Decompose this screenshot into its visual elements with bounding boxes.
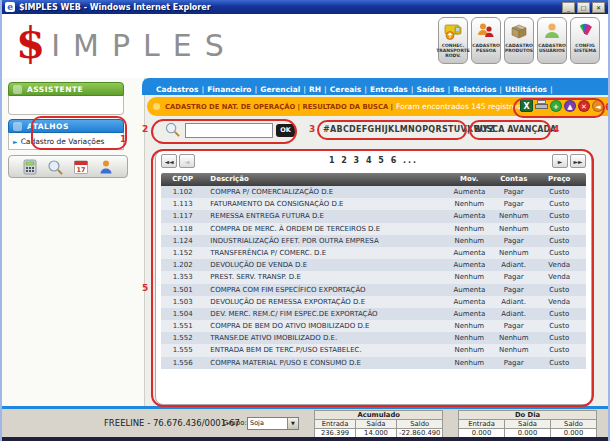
- table-row[interactable]: 1.124INDUSTRIALIZAÇÃO EFET. POR OUTRA EM…: [161, 235, 586, 247]
- column-header-mov-estoque[interactable]: Mov. Estoque: [444, 173, 495, 186]
- column-header-preco[interactable]: Preço: [532, 173, 586, 186]
- result-bar-actions: X + ▲ ✕ ◄: [520, 99, 604, 112]
- table-cell: COMPRA MATERIAL P/USO E CONSUMO D.E: [204, 357, 443, 369]
- assistente-header[interactable]: ASSISTENTE: [8, 82, 124, 96]
- calendar-icon[interactable]: 17: [73, 159, 89, 175]
- menu-separator: |: [447, 85, 450, 94]
- atalhos-header-icon: [13, 122, 22, 131]
- assistente-label: ASSISTENTE: [27, 85, 83, 94]
- grupo-select[interactable]: Soja ▼: [247, 417, 299, 430]
- config-sistema-button[interactable]: CONFIG SISTEMA: [570, 17, 600, 64]
- table-cell: Custo: [532, 357, 586, 369]
- page-numbers[interactable]: 1 2 3 4 5 6 ...: [156, 156, 591, 165]
- table-row[interactable]: 1.113FATURAMENTO DA CONSIGNAÇÃO D.ENenhu…: [161, 198, 586, 210]
- menu-separator: |: [411, 85, 414, 94]
- menu-item[interactable]: Gerencial: [260, 85, 300, 94]
- table-row[interactable]: 1.117REMESSA ENTREGA FUTURA D.EAumentaNe…: [161, 210, 586, 222]
- results-panel: ◄◄ ◄ 1 2 3 4 5 6 ... ► ►► CFOP Descrição…: [155, 150, 592, 405]
- table-row[interactable]: 1.552TRANSF.DE ATIVO IMOBILIZADO D.E.Nen…: [161, 332, 586, 344]
- table-row[interactable]: 1.152TRANSFERÊNCIA P/ COMERC. D.EAumenta…: [161, 247, 586, 259]
- person-icon[interactable]: [98, 159, 114, 175]
- user-icon: [542, 21, 562, 41]
- pagination-row: ◄◄ ◄ 1 2 3 4 5 6 ... ► ►►: [156, 151, 591, 172]
- table-row[interactable]: 1.556COMPRA MATERIAL P/USO E CONSUMO D.E…: [161, 357, 586, 369]
- table-cell: 1.152: [161, 247, 204, 259]
- print-icon[interactable]: [535, 99, 548, 112]
- table-cell: Aumenta: [444, 259, 495, 271]
- close-record-icon[interactable]: ✕: [578, 100, 590, 112]
- table-cell: 1.504: [161, 308, 204, 320]
- table-cell: COMPRA DE MERC. À ORDEM DE TERCEIROS D.E: [204, 223, 443, 235]
- table-cell: Aumenta: [444, 186, 495, 198]
- menu-item[interactable]: Relatórios: [453, 85, 496, 94]
- search-ok-button[interactable]: OK: [276, 124, 295, 137]
- menu-item[interactable]: RH: [309, 85, 321, 94]
- table-row[interactable]: 1.353PREST. SERV. TRANSP. D.ENenhumPagar…: [161, 271, 586, 283]
- table-cell: Pagar: [495, 198, 532, 210]
- table-row[interactable]: 1.118COMPRA DE MERC. À ORDEM DE TERCEIRO…: [161, 223, 586, 235]
- truck-icon: [443, 21, 463, 41]
- table-cell: 1.102: [161, 186, 204, 198]
- table-cell: Pagar: [495, 235, 532, 247]
- table-row[interactable]: 1.501COMPRA COM FIM ESPECÍFICO EXPORTAÇÃ…: [161, 284, 586, 296]
- minimize-button[interactable]: _: [562, 2, 575, 13]
- acumulado-title: Acumulado: [315, 411, 443, 420]
- header-button-label: CONFIG SISTEMA: [571, 43, 599, 53]
- table-cell: Aumenta: [444, 308, 495, 320]
- menu-item[interactable]: Entradas: [370, 85, 408, 94]
- column-header-contas[interactable]: Contas: [495, 173, 532, 186]
- cadastro-produtos-button[interactable]: CADASTRO PRODUTOS: [504, 17, 534, 64]
- maximize-button[interactable]: □: [577, 2, 590, 13]
- table-row[interactable]: 1.555ENTRADA BEM DE TERC.P/USO ESTABELEC…: [161, 344, 586, 356]
- menu-item[interactable]: Saídas: [417, 85, 445, 94]
- add-icon[interactable]: +: [550, 100, 562, 112]
- app-window: e $IMPLES WEB - Windows Internet Explore…: [0, 0, 610, 441]
- table-cell: Nenhum: [495, 223, 532, 235]
- close-button[interactable]: ✕: [592, 2, 605, 13]
- table-header: CFOP Descrição Mov. Estoque Contas Preço: [161, 173, 586, 186]
- atalhos-label: ATALHOS: [27, 122, 69, 131]
- back-icon[interactable]: ◄: [592, 100, 604, 112]
- up-icon[interactable]: ▲: [564, 100, 576, 112]
- table-cell: Aumenta: [444, 210, 495, 222]
- magnifier-icon[interactable]: [47, 159, 63, 175]
- table-cell: Nenhum: [444, 223, 495, 235]
- next-page-button[interactable]: ►: [552, 154, 568, 168]
- table-row[interactable]: 1.102COMPRA P/ COMERCIALIZAÇÃO D.EAument…: [161, 186, 586, 198]
- atalhos-header[interactable]: ATALHOS: [8, 119, 124, 133]
- sidebar: ASSISTENTE ATALHOS ► Cadastro de Variaçõ…: [2, 78, 145, 406]
- table-cell: PREST. SERV. TRANSP. D.E: [204, 271, 443, 283]
- cadastro-pessoa-button[interactable]: CADASTRO PESSOA: [471, 17, 501, 64]
- table-cell: Pagar: [495, 357, 532, 369]
- table-cell: Nenhum: [444, 357, 495, 369]
- table-cell: Nenhum: [444, 271, 495, 283]
- menu-item[interactable]: Financeiro: [207, 85, 251, 94]
- cadastro-usuarios-button[interactable]: CADASTRO USUÁRIOS: [537, 17, 567, 64]
- shortcut-cadastro-variacoes[interactable]: Cadastro de Variações: [21, 137, 105, 146]
- palette-icon: [575, 21, 595, 41]
- table-row[interactable]: 1.503DEVOLUÇÃO DE REMESSA EXPORTAÇÃO D.E…: [161, 296, 586, 308]
- table-row[interactable]: 1.504DEV. MERC. REM.C/ FIM ESPEC.DE EXPO…: [161, 308, 586, 320]
- conhec-transporte-button[interactable]: CONHEC. TRANSPORTE RODV.: [438, 17, 468, 64]
- table-cell: Venda: [532, 259, 586, 271]
- menu-item[interactable]: Cadastros: [156, 85, 198, 94]
- table-row[interactable]: 1.551COMPRA DE BEM DO ATIVO IMOBILIZADO …: [161, 320, 586, 332]
- table-cell: Venda: [532, 296, 586, 308]
- column-header-cfop[interactable]: CFOP: [161, 173, 204, 186]
- excel-export-icon[interactable]: X: [520, 99, 533, 112]
- assistente-panel: [8, 96, 124, 115]
- table-cell: Adiant.: [495, 259, 532, 271]
- last-page-button[interactable]: ►►: [570, 154, 586, 168]
- chevron-down-icon[interactable]: ▼: [287, 418, 298, 429]
- table-cell: 1.202: [161, 259, 204, 271]
- calculator-icon[interactable]: [22, 159, 38, 175]
- column-header-descricao[interactable]: Descrição: [204, 173, 443, 186]
- menu-item[interactable]: Cereais: [330, 85, 361, 94]
- table-cell: Nenhum: [495, 344, 532, 356]
- menu-item[interactable]: Utilitários: [505, 85, 547, 94]
- advanced-search-link[interactable]: BUSCA AVANÇADA: [474, 125, 556, 134]
- result-bar-bullet-icon: [153, 103, 160, 110]
- table-row[interactable]: 1.202DEVOLUÇÃO DE VENDA D.EAumentaAdiant…: [161, 259, 586, 271]
- search-input[interactable]: [185, 123, 273, 138]
- table-cell: Nenhum: [495, 210, 532, 222]
